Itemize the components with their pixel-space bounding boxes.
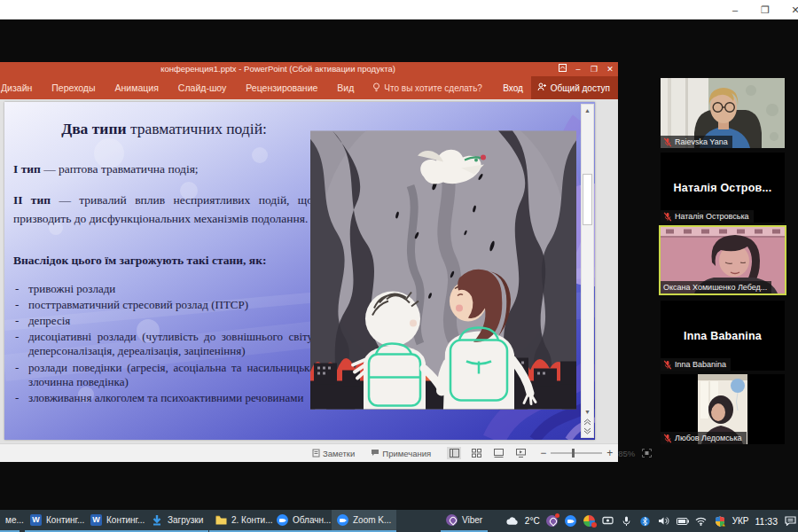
taskbar-label: Континг... [106,515,145,525]
ppt-minimize-button[interactable]: – [570,62,586,76]
language-indicator[interactable]: УКР [732,516,749,526]
slide: Два типи травматичних подій: І тип — рап… [4,102,595,440]
slideshow-view-button[interactable] [513,447,528,459]
participant-name: Наталія Островська [675,210,749,223]
tray-speaker-icon[interactable] [658,515,670,528]
taskbar-app-downloads[interactable]: Загрузки [145,510,208,532]
zoom-out-button[interactable]: − [540,447,546,459]
p1-rest: — раптова травматична подія; [41,162,199,176]
share-button[interactable]: Общий доступ [531,76,618,99]
scroll-down-icon[interactable]: ▼ [582,406,593,418]
window-close-button[interactable]: ✕ [787,2,798,18]
normal-view-button[interactable] [447,447,461,459]
participant-tile-natalia-ostrovska[interactable]: Наталія Остров... Наталія Островська [661,153,785,223]
next-slide-icon[interactable] [582,427,593,437]
tab-slideshow[interactable]: Слайд-шоу [168,76,236,99]
tray-microphone-icon[interactable] [621,515,633,528]
participant-name: Raievska Yana [675,136,728,148]
ppt-close-button[interactable]: ✕ [602,62,618,76]
zoom-slider[interactable] [551,452,602,454]
slide-scrollbar[interactable]: ▲ ▼ [581,104,594,438]
slide-canvas-area: Два типи травматичних подій: І тип — рап… [0,99,618,443]
previous-slide-icon[interactable] [582,418,593,427]
comments-button[interactable]: Примечания [371,449,431,458]
zoom-level[interactable]: 85% [618,449,635,458]
tray-browser-icon[interactable] [583,515,596,528]
taskbar-label: Загрузки [168,515,203,525]
bullet-item: дисоціативні розлади (чутливість до зовн… [13,330,315,358]
slide-title-rest: травматичних подій: [127,120,267,137]
tray-wifi-icon[interactable] [695,515,708,528]
notes-button[interactable]: Заметки [312,449,355,458]
participant-tile-raievska-yana[interactable]: Raievska Yana [661,78,785,148]
zoom-window-titlebar: – ❐ ✕ [0,0,798,20]
scrollbar-thumb[interactable] [583,174,592,225]
tab-review[interactable]: Рецензирование [236,76,327,99]
participant-tile-liubov-ledomska[interactable]: Любов Ледомська [661,374,785,444]
taskbar-app-folder[interactable]: 2. Конти... [209,510,278,532]
share-label: Общий доступ [551,83,610,93]
participant-name-label: Inna Babanina [661,358,731,371]
bullet-item: зловживання алкоголем та психоактивними … [13,391,315,405]
tab-view[interactable]: Вид [327,76,364,99]
reading-view-button[interactable] [491,447,505,459]
participant-name-label: Наталія Островська [661,210,754,223]
slide-paragraph-type1: І тип — раптова травматична подія; [13,162,315,176]
powerpoint-title: конференция1.pptx - PowerPoint (Сбой акт… [0,62,556,76]
taskbar-app-word-1[interactable]: W Континг... [25,510,90,532]
participant-tile-oksana-khomyshenko[interactable]: Оксана Хомишенко Лебед... [661,227,785,293]
clock[interactable]: 11:33 [755,516,778,527]
action-center-icon[interactable] [784,515,796,528]
taskbar-app-word-2[interactable]: W Континг... [85,510,150,532]
participant-tile-inna-babanina[interactable]: Inna Babanina Inna Babanina [661,301,785,371]
notes-icon [312,449,320,458]
tray-display-icon[interactable] [602,515,614,528]
powerpoint-titlebar: конференция1.pptx - PowerPoint (Сбой акт… [0,62,618,76]
taskbar-label: Zoom K... [353,515,391,525]
tab-design[interactable]: Дизайн [0,76,42,99]
taskbar-label: Континг... [46,515,84,525]
slide-paragraph-consequences: Внаслідок цього їм загрожують такі стани… [13,254,315,268]
ribbon-options-icon[interactable] [554,62,570,76]
bullet-item: тривожні розлади [13,282,315,296]
zoom-app-icon [277,514,288,526]
bullet-item: посттравматичний стресовий розлад (ПТСР) [13,298,315,312]
slide-title: Два типи травматичних подій: [13,120,315,138]
taskbar-app-cloud-zoom[interactable]: Облачн... [271,510,336,532]
participant-name-label: Оксана Хомишенко Лебед... [661,281,771,293]
weather-cloud-icon[interactable] [506,515,519,528]
person-plus-icon [537,82,547,93]
taskbar-app-truncated[interactable]: ме... [0,510,20,532]
zoom-in-button[interactable]: + [606,447,613,459]
tray-bluetooth-icon[interactable] [639,515,652,528]
tab-animations[interactable]: Анимация [106,76,168,99]
fit-slide-button[interactable] [642,447,652,459]
taskbar-label: ме... [5,515,24,525]
ppt-restore-button[interactable]: ❐ [586,62,602,76]
bullet-item: депресія [13,314,315,328]
viber-icon [446,514,458,526]
taskbar-app-zoom-meeting[interactable]: Zoom K... [332,510,396,532]
participant-name-label: Любов Ледомська [661,432,747,444]
tray-zoom-icon[interactable] [565,515,577,528]
powerpoint-window: конференция1.pptx - PowerPoint (Сбой акт… [0,62,618,462]
tray-battery-icon[interactable] [677,515,689,528]
taskbar-app-viber[interactable]: Viber [441,510,488,532]
p2-bold: ІІ тип [13,193,51,207]
mic-muted-icon [663,137,672,147]
zoom-slider-thumb[interactable] [572,449,575,458]
slide-sorter-view-button[interactable] [469,447,483,459]
notes-label: Заметки [323,449,355,458]
sign-in-button[interactable]: Вход [495,83,531,93]
tray-defender-shield-icon[interactable] [714,515,726,528]
p2-rest: — тривалий вплив несприятливих подій, що… [13,193,313,225]
slide-title-bold: Два типи [61,120,126,137]
tray-viber-icon[interactable] [546,515,559,528]
scroll-up-icon[interactable]: ▲ [582,105,593,116]
window-minimize-button[interactable]: – [727,2,743,18]
mic-muted-icon [663,434,672,443]
window-maximize-button[interactable]: ❐ [757,2,773,18]
tell-me-box[interactable]: Что вы хотите сделать? [364,82,491,94]
tab-transitions[interactable]: Переходы [42,76,105,99]
temperature-label[interactable]: 2°C [525,516,540,526]
